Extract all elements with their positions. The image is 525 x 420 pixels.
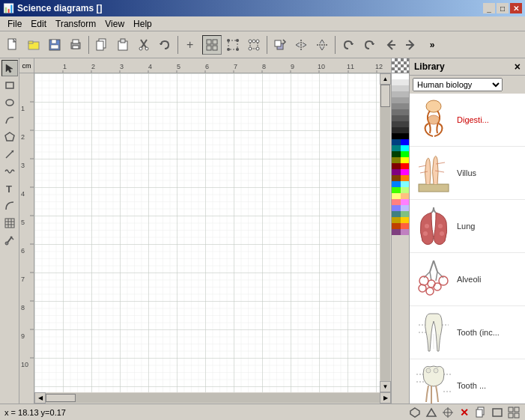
statusbar-shape-icon[interactable] [408, 406, 422, 419]
statusbar-copy-icon[interactable] [474, 406, 488, 419]
vertical-scrollbar[interactable]: ▲ ▼ [380, 73, 391, 392]
table-tool[interactable] [1, 215, 18, 231]
save-button[interactable] [45, 35, 64, 55]
library-item-lung[interactable]: Lung [410, 200, 525, 253]
print-button[interactable] [66, 35, 85, 55]
send-back-button[interactable] [270, 35, 290, 55]
svg-rect-20 [207, 46, 211, 50]
gray2-swatch[interactable] [392, 85, 409, 91]
library-item-tooth[interactable]: Tooth ... [410, 359, 525, 404]
more-button[interactable]: » [422, 35, 442, 55]
statusbar-grid-icon[interactable] [507, 406, 521, 419]
flip-h-button[interactable] [291, 35, 311, 55]
maximize-button[interactable]: □ [497, 3, 509, 13]
curve-tool[interactable] [1, 112, 18, 128]
statusbar-crosshair-icon[interactable] [441, 406, 455, 419]
polygon-tool[interactable] [1, 129, 18, 145]
library-close-button[interactable]: × [515, 61, 521, 73]
select-tool[interactable] [1, 60, 18, 76]
grid[interactable] [34, 73, 391, 404]
close-button[interactable]: ✕ [510, 3, 522, 13]
grid-toggle-button[interactable] [202, 35, 222, 55]
svg-point-28 [249, 40, 252, 43]
library-panel: Library × Human biologyPhysicsChemistryB… [409, 58, 525, 404]
svg-point-122 [426, 287, 434, 295]
redo2-button[interactable] [359, 35, 379, 55]
svg-text:3: 3 [21, 162, 25, 169]
arrow-left-button[interactable] [380, 35, 400, 55]
white-swatch[interactable] [392, 73, 409, 79]
undo-button[interactable] [155, 35, 175, 55]
eyedropper-tool[interactable] [1, 232, 18, 249]
gray5-swatch[interactable] [392, 103, 409, 109]
transform-button[interactable] [244, 35, 264, 55]
ellipse-tool[interactable] [1, 94, 18, 111]
line-tool[interactable] [1, 146, 18, 162]
hscroll-thumb[interactable] [46, 394, 76, 402]
select-region-button[interactable] [223, 35, 243, 55]
flip-v-button[interactable] [312, 35, 332, 55]
gray3-swatch[interactable] [392, 91, 409, 97]
copy-button[interactable] [92, 35, 112, 55]
scroll-up-button[interactable]: ▲ [380, 73, 391, 85]
statusbar-triangle-icon[interactable] [425, 406, 438, 419]
library-items: Digesti... Villus [410, 94, 525, 404]
scroll-right-button[interactable]: ▶ [380, 392, 391, 404]
svg-point-15 [139, 47, 142, 50]
library-item-tooth-inc[interactable]: Tooth (inc... [410, 306, 525, 359]
statusbar-close-icon[interactable]: ✕ [458, 406, 471, 419]
new-button[interactable] [3, 35, 22, 55]
cut-button[interactable] [134, 35, 154, 55]
transparent-swatch[interactable] [392, 58, 409, 73]
menu-transform[interactable]: Transform [51, 17, 100, 31]
gray9-swatch[interactable] [392, 127, 409, 133]
canvas-area[interactable]: cm 1 2 3 4 5 6 7 8 9 10 11 12 [19, 58, 391, 404]
svg-rect-79 [19, 73, 34, 404]
library-item-digestive[interactable]: Digesti... [410, 94, 525, 147]
arc-tool[interactable] [1, 198, 18, 214]
library-item-alveoli[interactable]: Alveoli [410, 253, 525, 306]
svg-text:12: 12 [375, 63, 383, 70]
menu-view[interactable]: View [100, 17, 129, 31]
svg-text:T: T [6, 183, 12, 194]
sep2 [177, 36, 178, 54]
hscroll-track[interactable] [46, 393, 380, 403]
statusbar-rect-icon[interactable] [491, 406, 504, 419]
text-tool[interactable]: T [1, 180, 18, 197]
gray1-swatch[interactable] [392, 79, 409, 85]
svg-marker-138 [427, 409, 436, 416]
svg-text:9: 9 [21, 332, 25, 340]
svg-text:7: 7 [21, 276, 25, 283]
svg-text:8: 8 [262, 63, 266, 70]
library-item-villus[interactable]: Villus [410, 147, 525, 200]
svg-rect-2 [28, 41, 33, 43]
lib-item-label-lung: Lung [454, 222, 475, 231]
gray8-swatch[interactable] [392, 121, 409, 127]
rectangle-tool[interactable] [1, 77, 18, 94]
menu-help[interactable]: Help [129, 17, 157, 31]
scroll-left-button[interactable]: ◀ [34, 392, 46, 404]
arrow-right-button[interactable] [401, 35, 421, 55]
unit-label: cm [19, 58, 34, 73]
lib-item-label-tooth: Tooth ... [454, 381, 486, 390]
zoom-in-button[interactable]: + [181, 35, 201, 55]
library-category-select[interactable]: Human biologyPhysicsChemistryBiology [413, 78, 503, 91]
minimize-button[interactable]: _ [483, 3, 495, 13]
menu-edit[interactable]: Edit [26, 17, 51, 31]
gray4-swatch[interactable] [392, 97, 409, 103]
gray7-swatch[interactable] [392, 115, 409, 121]
open-button[interactable] [24, 35, 43, 55]
lib-item-img-lung [413, 203, 454, 249]
gray6-swatch[interactable] [392, 109, 409, 115]
svg-point-30 [249, 47, 252, 50]
redo-button[interactable] [339, 35, 358, 55]
menu-file[interactable]: File [3, 17, 26, 31]
wave-tool[interactable] [1, 163, 18, 180]
paste-button[interactable] [113, 35, 133, 55]
vscroll-thumb[interactable] [380, 85, 390, 107]
black-swatch[interactable] [392, 133, 409, 139]
vscroll-track[interactable] [380, 85, 390, 381]
horizontal-scrollbar[interactable]: ◀ ▶ [34, 392, 391, 404]
lib-item-label-digestive: Digesti... [454, 115, 489, 124]
scroll-down-button[interactable]: ▼ [380, 381, 391, 392]
